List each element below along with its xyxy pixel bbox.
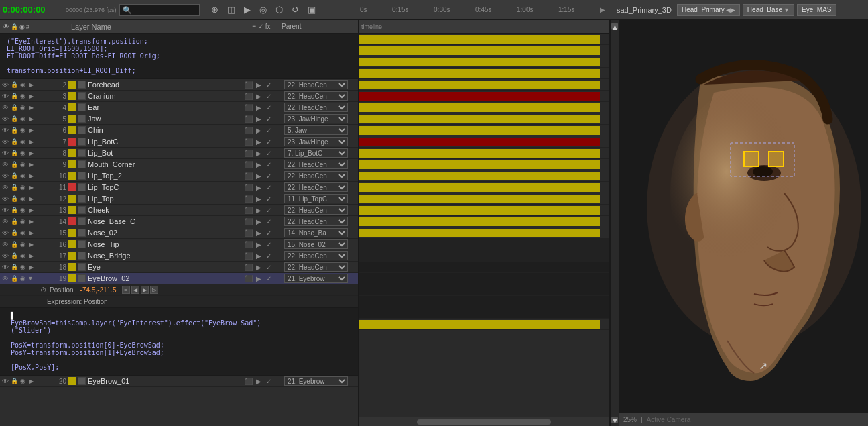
collapse-icon[interactable]: ▶: [27, 206, 36, 214]
solo-icon[interactable]: ◉: [19, 92, 27, 100]
lock-icon[interactable]: 🔒: [10, 149, 18, 157]
solo-icon-19[interactable]: ◉: [19, 274, 27, 282]
parent-dropdown[interactable]: 5. Jaw: [284, 125, 348, 135]
effects-icon-20[interactable]: ▶: [254, 376, 263, 386]
tool-icon-7[interactable]: ▣: [305, 3, 318, 17]
parent-dropdown[interactable]: 22. HeadCen: [284, 205, 348, 215]
effects-icon[interactable]: ▶: [254, 114, 263, 123]
visibility-icon[interactable]: 👁: [1, 240, 9, 248]
lock-icon[interactable]: 🔒: [10, 263, 18, 271]
motion-blur-icon[interactable]: ⬛: [244, 182, 253, 192]
search-input[interactable]: [119, 4, 200, 16]
solo-icon-20[interactable]: ◉: [19, 377, 27, 385]
collapse-icon[interactable]: ▶: [27, 115, 36, 123]
solo-icon[interactable]: ◉: [19, 115, 27, 123]
quality-icon[interactable]: ✓: [264, 125, 273, 135]
lock-icon[interactable]: 🔒: [10, 217, 18, 225]
solo-icon[interactable]: ◉: [19, 138, 27, 146]
layer-row[interactable]: 👁 🔒 ◉ ▶ 4 Ear ⬛ ▶ ✓ 22. HeadCen: [0, 102, 358, 113]
solo-icon[interactable]: ◉: [19, 81, 27, 89]
visibility-icon[interactable]: 👁: [1, 252, 9, 260]
visibility-icon[interactable]: 👁: [1, 81, 9, 89]
motion-blur-icon[interactable]: ⬛: [244, 137, 253, 146]
next-keyframe-btn[interactable]: ▶: [141, 286, 149, 294]
layer-row[interactable]: 👁 🔒 ◉ ▶ 18 Eye ⬛ ▶ ✓ 22. HeadCen: [0, 262, 358, 273]
effects-icon[interactable]: ▶: [254, 251, 263, 260]
collapse-icon[interactable]: ▶: [27, 195, 36, 203]
effects-icon[interactable]: ▶: [254, 125, 263, 135]
effects-icon[interactable]: ▶: [254, 262, 263, 272]
parent-dropdown[interactable]: 23. JawHinge: [284, 114, 348, 123]
timeline-scroll-right[interactable]: ▶: [600, 6, 605, 13]
layer-row[interactable]: 👁 🔒 ◉ ▶ 14 Nose_Base_C ⬛ ▶ ✓ 22. HeadCen: [0, 216, 358, 227]
solo-icon[interactable]: ◉: [19, 126, 27, 134]
quality-icon[interactable]: ✓: [264, 148, 273, 158]
motion-blur-icon[interactable]: ⬛: [244, 103, 253, 112]
solo-icon[interactable]: ◉: [19, 149, 27, 157]
quality-icon[interactable]: ✓: [264, 80, 273, 89]
effects-icon[interactable]: ▶: [254, 194, 263, 203]
parent-dropdown[interactable]: 14. Nose_Ba: [284, 228, 348, 237]
parent-dropdown[interactable]: 23. JawHinge: [284, 137, 348, 146]
effects-icon[interactable]: ▶: [254, 182, 263, 192]
solo-icon[interactable]: ◉: [19, 263, 27, 271]
motion-blur-icon[interactable]: ⬛: [244, 114, 253, 123]
lock-icon[interactable]: 🔒: [10, 115, 18, 123]
parent-dropdown[interactable]: 22. HeadCen: [284, 103, 348, 112]
solo-icon[interactable]: ◉: [19, 217, 27, 225]
quality-icon[interactable]: ✓: [264, 171, 273, 180]
collapse-icon[interactable]: ▶: [27, 81, 36, 89]
lock-icon[interactable]: 🔒: [10, 126, 18, 134]
collapse-icon[interactable]: ▶: [27, 160, 36, 168]
lock-icon[interactable]: 🔒: [10, 183, 18, 191]
motion-blur-icon[interactable]: ⬛: [244, 80, 253, 89]
quality-icon[interactable]: ✓: [264, 239, 273, 249]
effects-icon[interactable]: ▶: [254, 228, 263, 237]
collapse-icon[interactable]: ▶: [27, 240, 36, 248]
collapse-icon[interactable]: ▶: [27, 217, 36, 225]
visibility-icon[interactable]: 👁: [1, 160, 9, 168]
lock-icon[interactable]: 🔒: [10, 160, 18, 168]
quality-icon[interactable]: ✓: [264, 217, 273, 226]
parent-dropdown[interactable]: 22. HeadCen: [284, 171, 348, 180]
motion-blur-icon[interactable]: ⬛: [244, 262, 253, 272]
layer-row[interactable]: 👁 🔒 ◉ ▶ 17 Nose_Bridge ⬛ ▶ ✓ 22. HeadCen: [0, 250, 358, 262]
effects-icon[interactable]: ▶: [254, 239, 263, 249]
collapse-icon-20[interactable]: ▶: [27, 377, 36, 385]
effects-icon[interactable]: ▶: [254, 171, 263, 180]
lock-icon[interactable]: 🔒: [10, 252, 18, 260]
motion-blur-icon[interactable]: ⬛: [244, 228, 253, 237]
tab-head-primary[interactable]: Head_Primary ◀▶: [677, 4, 740, 16]
parent-dropdown[interactable]: 22. HeadCen: [284, 182, 348, 192]
timeline-scroll-thumb[interactable]: [417, 419, 551, 425]
effects-icon[interactable]: ▶: [254, 205, 263, 215]
collapse-icon[interactable]: ▶: [27, 92, 36, 100]
effects-icon[interactable]: ▶: [254, 160, 263, 169]
lock-icon[interactable]: 🔒: [10, 240, 18, 248]
quality-icon[interactable]: ✓: [264, 194, 273, 203]
visibility-icon[interactable]: 👁: [1, 92, 9, 100]
visibility-icon[interactable]: 👁: [1, 126, 9, 134]
motion-blur-icon[interactable]: ⬛: [244, 239, 253, 249]
collapse-icon[interactable]: ▶: [27, 103, 36, 111]
visibility-icon[interactable]: 👁: [1, 172, 9, 180]
parent-dropdown[interactable]: 22. HeadCen: [284, 262, 348, 272]
quality-icon[interactable]: ✓: [264, 182, 273, 192]
effects-icon[interactable]: ▶: [254, 91, 263, 101]
quality-icon[interactable]: ✓: [264, 137, 273, 146]
tab-head-base[interactable]: Head_Base ▼: [743, 4, 794, 16]
solo-icon[interactable]: ◉: [19, 195, 27, 203]
quality-icon[interactable]: ✓: [264, 160, 273, 169]
layer-row[interactable]: 👁 🔒 ◉ ▶ 2 Forehead ⬛ ▶ ✓ 22. HeadCen: [0, 79, 358, 91]
stopwatch-icon[interactable]: ⏱: [40, 286, 47, 294]
collapse-icon[interactable]: ▶: [27, 229, 36, 237]
layer-row[interactable]: 👁 🔒 ◉ ▶ 10 Lip_Top_2 ⬛ ▶ ✓ 22. HeadCen: [0, 170, 358, 182]
effects-icon[interactable]: ▶: [254, 137, 263, 146]
collapse-icon[interactable]: ▶: [27, 263, 36, 271]
tool-icon-6[interactable]: ↺: [289, 3, 302, 17]
layer-row[interactable]: 👁 🔒 ◉ ▶ 15 Nose_02 ⬛ ▶ ✓ 14. Nose_Ba: [0, 227, 358, 239]
scroll-down-btn[interactable]: ▼: [611, 417, 618, 423]
motion-blur-icon[interactable]: ⬛: [244, 217, 253, 226]
quality-icon-19[interactable]: ✓: [264, 274, 273, 283]
motion-blur-icon[interactable]: ⬛: [244, 205, 253, 215]
